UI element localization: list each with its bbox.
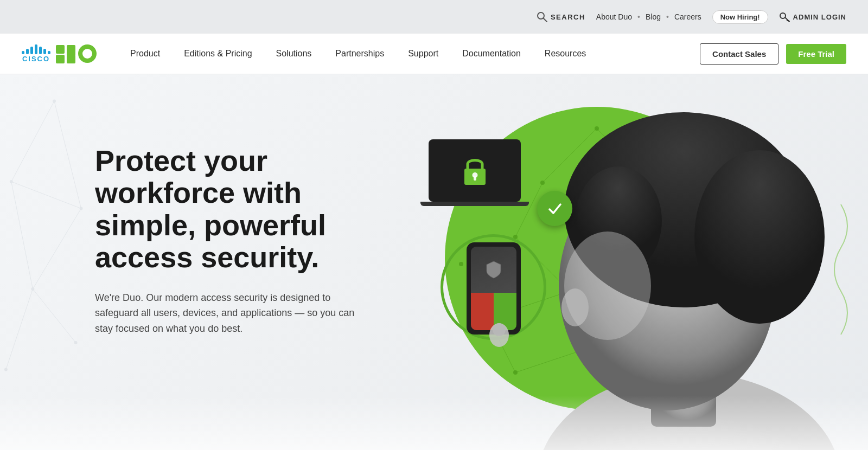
nav-product[interactable]: Product: [118, 34, 172, 74]
svg-rect-9: [67, 55, 75, 63]
hero-headline: Protect your workforce with simple, powe…: [95, 145, 404, 274]
svg-line-14: [11, 182, 81, 209]
nav-actions: Contact Sales Free Trial: [700, 43, 846, 65]
svg-point-0: [538, 12, 544, 19]
svg-rect-7: [56, 55, 65, 63]
laptop-device: [429, 139, 529, 206]
duo-logo[interactable]: CISCO: [22, 43, 97, 65]
cisco-logo: CISCO: [22, 44, 50, 63]
free-trial-button[interactable]: Free Trial: [786, 44, 846, 64]
separator-2: •: [666, 12, 669, 21]
svg-point-22: [31, 287, 34, 291]
hero-text: Protect your workforce with simple, powe…: [95, 145, 404, 337]
check-icon: [546, 200, 564, 217]
hero-mist: [0, 396, 868, 450]
svg-point-74: [564, 232, 651, 340]
svg-line-12: [11, 101, 54, 182]
careers-link[interactable]: Careers: [674, 12, 701, 21]
svg-point-20: [10, 180, 13, 183]
nav-editions-pricing[interactable]: Editions & Pricing: [172, 34, 264, 74]
svg-line-1: [544, 18, 547, 22]
nav-solutions[interactable]: Solutions: [264, 34, 324, 74]
main-nav: CISCO Product Editions & Pricing Solutio…: [0, 34, 868, 74]
svg-point-21: [80, 207, 83, 210]
top-bar-links: About Duo • Blog • Careers: [596, 12, 701, 21]
svg-line-16: [33, 209, 81, 290]
svg-point-11: [82, 49, 92, 59]
shield-icon: [486, 260, 502, 279]
geo-lines-left: [0, 74, 108, 450]
search-label: SEARCH: [551, 13, 585, 21]
svg-rect-6: [56, 45, 65, 54]
finger-icon: [483, 322, 515, 349]
svg-rect-77: [474, 176, 476, 181]
contact-sales-button[interactable]: Contact Sales: [700, 43, 778, 65]
svg-rect-8: [67, 45, 75, 56]
svg-point-71: [694, 150, 825, 324]
svg-point-23: [4, 368, 8, 371]
svg-line-17: [6, 289, 33, 370]
nav-support[interactable]: Support: [396, 34, 450, 74]
svg-point-19: [53, 100, 56, 103]
nav-documentation[interactable]: Documentation: [450, 34, 533, 74]
phone-device: [467, 242, 521, 335]
lock-icon: [460, 155, 490, 187]
about-duo-link[interactable]: About Duo: [596, 12, 632, 21]
svg-line-13: [54, 101, 81, 209]
top-bar: SEARCH About Duo • Blog • Careers Now Hi…: [0, 0, 868, 34]
search-icon: [537, 11, 547, 22]
svg-point-79: [493, 323, 506, 336]
check-badge: [537, 191, 572, 226]
svg-line-18: [33, 289, 75, 343]
svg-line-15: [11, 182, 33, 289]
cisco-text: CISCO: [22, 55, 50, 63]
admin-login-button[interactable]: ADMIN LOGIN: [779, 11, 846, 22]
hero-subtext: We're Duo. Our modern access security is…: [95, 290, 361, 337]
nav-partnerships[interactable]: Partnerships: [323, 34, 396, 74]
key-icon: [779, 11, 790, 22]
nav-links: Product Editions & Pricing Solutions Par…: [118, 34, 700, 74]
hero-section: Protect your workforce with simple, powe…: [0, 74, 868, 450]
svg-point-24: [74, 341, 78, 344]
blog-link[interactable]: Blog: [646, 12, 661, 21]
nav-resources[interactable]: Resources: [533, 34, 598, 74]
now-hiring-badge[interactable]: Now Hiring!: [712, 10, 768, 24]
search-button[interactable]: SEARCH: [537, 11, 585, 22]
separator-1: •: [637, 12, 640, 21]
admin-login-label: ADMIN LOGIN: [793, 13, 846, 21]
duo-wordmark: [56, 43, 97, 65]
